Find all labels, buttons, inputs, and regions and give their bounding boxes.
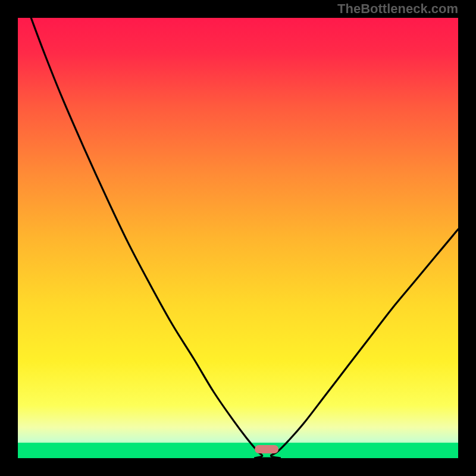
- optimal-marker: [255, 445, 278, 453]
- watermark-text: TheBottleneck.com: [337, 1, 458, 16]
- plot-background: [18, 18, 458, 458]
- bottleneck-chart: TheBottleneck.com: [0, 0, 476, 476]
- green-band: [18, 443, 458, 458]
